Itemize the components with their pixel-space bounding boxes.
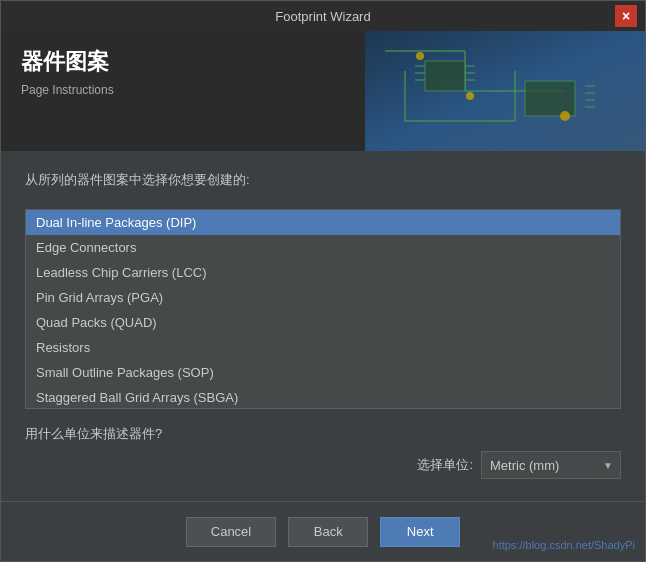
- cancel-button[interactable]: Cancel: [186, 517, 276, 547]
- svg-rect-8: [525, 81, 575, 116]
- svg-rect-7: [425, 61, 465, 91]
- content-area: 从所列的器件图案中选择你想要创建的: Dual In-line Packages…: [1, 151, 645, 501]
- unit-select-label: 选择单位:: [417, 456, 473, 474]
- svg-point-10: [466, 92, 474, 100]
- window-title: Footprint Wizard: [31, 9, 615, 24]
- list-item[interactable]: Staggered Ball Grid Arrays (SBGA): [26, 385, 620, 408]
- unit-select[interactable]: Metric (mm)Imperial (mil): [481, 451, 621, 479]
- list-item[interactable]: Small Outline Packages (SOP): [26, 360, 620, 385]
- main-window: Footprint Wizard × 器件图案 Page Instruction…: [0, 0, 646, 562]
- back-button[interactable]: Back: [288, 517, 368, 547]
- list-item[interactable]: Resistors: [26, 335, 620, 360]
- unit-select-wrapper[interactable]: Metric (mm)Imperial (mil): [481, 451, 621, 479]
- unit-question: 用什么单位来描述器件?: [25, 425, 621, 443]
- instruction-text: 从所列的器件图案中选择你想要创建的:: [25, 171, 621, 189]
- svg-point-11: [560, 111, 570, 121]
- unit-section: 用什么单位来描述器件? 选择单位: Metric (mm)Imperial (m…: [25, 425, 621, 479]
- package-list[interactable]: Dual In-line Packages (DIP)Edge Connecto…: [26, 210, 620, 408]
- list-item[interactable]: Pin Grid Arrays (PGA): [26, 285, 620, 310]
- watermark: https://blog.csdn.net/ShadyPi: [493, 539, 635, 551]
- header-section: 器件图案 Page Instructions: [1, 31, 645, 151]
- unit-row: 选择单位: Metric (mm)Imperial (mil): [25, 451, 621, 479]
- header-title: 器件图案: [21, 47, 114, 77]
- package-list-container[interactable]: Dual In-line Packages (DIP)Edge Connecto…: [25, 209, 621, 409]
- list-item[interactable]: Quad Packs (QUAD): [26, 310, 620, 335]
- next-button[interactable]: Next: [380, 517, 460, 547]
- close-button[interactable]: ×: [615, 5, 637, 27]
- list-item[interactable]: Edge Connectors: [26, 235, 620, 260]
- title-bar: Footprint Wizard ×: [1, 1, 645, 31]
- header-text: 器件图案 Page Instructions: [21, 47, 114, 97]
- footer: Cancel Back Next https://blog.csdn.net/S…: [1, 501, 645, 561]
- header-subtitle: Page Instructions: [21, 83, 114, 97]
- list-item[interactable]: Dual In-line Packages (DIP): [26, 210, 620, 235]
- header-image: [365, 31, 645, 151]
- list-item[interactable]: Leadless Chip Carriers (LCC): [26, 260, 620, 285]
- svg-point-9: [416, 52, 424, 60]
